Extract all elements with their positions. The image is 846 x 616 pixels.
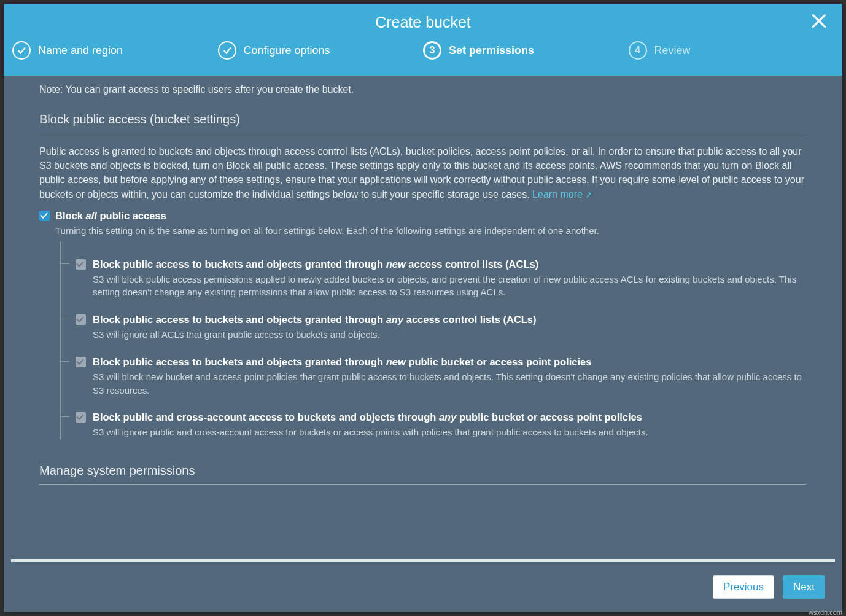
create-bucket-modal: Create bucket Name and region Configure … (4, 4, 842, 612)
step-number: 3 (423, 41, 441, 60)
previous-button[interactable]: Previous (713, 575, 774, 599)
child-title: Block public access to buckets and objec… (93, 259, 807, 270)
child-options: Block public access to buckets and objec… (60, 241, 807, 440)
note-text: Note: You can grant access to specific u… (39, 84, 807, 95)
wizard-steps: Name and region Configure options 3 Set … (4, 41, 842, 76)
child-subtext: S3 will ignore all ACLs that grant publi… (93, 328, 807, 341)
learn-more-link[interactable]: Learn more ↗ (532, 189, 592, 200)
child-subtext: S3 will block new bucket and access poin… (93, 370, 807, 397)
block-all-checkbox[interactable] (39, 211, 50, 221)
block-all-subtext: Turning this setting on is the same as t… (55, 224, 807, 238)
child-checkbox[interactable] (76, 314, 86, 325)
child-option-any-policies: Block public and cross-account access to… (61, 411, 807, 439)
child-title: Block public access to buckets and objec… (93, 314, 807, 326)
step-configure-options[interactable]: Configure options (218, 41, 424, 60)
step-label: Name and region (38, 44, 123, 57)
child-option-new-acls: Block public access to buckets and objec… (61, 259, 807, 300)
modal-header: Create bucket Name and region Configure … (4, 4, 842, 76)
child-option-any-acls: Block public access to buckets and objec… (61, 314, 807, 341)
desc-text: Public access is granted to buckets and … (39, 146, 804, 200)
modal-title: Create bucket (4, 14, 842, 31)
block-public-access-title: Block public access (bucket settings) (39, 112, 807, 127)
check-icon (12, 41, 31, 60)
manage-system-permissions-title: Manage system permissions (39, 464, 807, 478)
next-button[interactable]: Next (783, 575, 825, 599)
close-icon[interactable] (809, 11, 829, 31)
child-checkbox[interactable] (76, 412, 86, 423)
check-icon (218, 41, 236, 60)
block-all-option: Block all public access Turning this set… (39, 210, 807, 439)
divider (39, 133, 807, 133)
step-set-permissions[interactable]: 3 Set permissions (423, 41, 629, 60)
child-checkbox[interactable] (76, 357, 86, 367)
block-public-access-desc: Public access is granted to buckets and … (39, 144, 807, 201)
step-name-region[interactable]: Name and region (12, 41, 218, 60)
step-label: Configure options (244, 44, 330, 57)
modal-footer: Previous Next (4, 562, 842, 612)
step-number: 4 (629, 41, 647, 60)
child-subtext: S3 will block public access permissions … (93, 273, 807, 300)
step-label: Review (654, 44, 691, 57)
step-review[interactable]: 4 Review (629, 41, 834, 60)
child-option-new-policies: Block public access to buckets and objec… (61, 356, 807, 397)
modal-body[interactable]: Note: You can grant access to specific u… (4, 76, 842, 559)
child-title: Block public and cross-account access to… (93, 411, 807, 423)
child-checkbox[interactable] (76, 259, 86, 270)
child-title: Block public access to buckets and objec… (93, 356, 807, 368)
child-subtext: S3 will ignore public and cross-account … (93, 426, 807, 439)
watermark: wsxdn.com (809, 609, 842, 616)
divider (39, 484, 807, 485)
block-all-title: Block all public access (55, 210, 807, 222)
step-label: Set permissions (449, 44, 534, 57)
external-link-icon: ↗ (585, 190, 592, 200)
